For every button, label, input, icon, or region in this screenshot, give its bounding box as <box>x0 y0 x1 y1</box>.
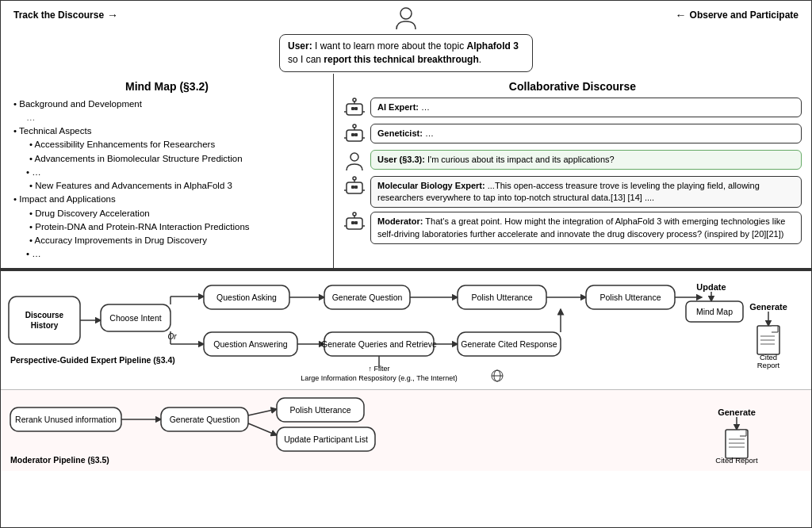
svg-text:Large Information Respository : Large Information Respository (e.g., The… <box>301 374 457 382</box>
track-label: Track the Discourse → <box>13 9 118 21</box>
chat-bubble-user: User (§3.3): I'm curious about its impac… <box>370 150 802 170</box>
svg-line-86 <box>248 409 277 415</box>
svg-text:Discourse: Discourse <box>25 311 64 319</box>
svg-text:Generate: Generate <box>749 302 787 312</box>
svg-rect-3 <box>354 107 358 110</box>
svg-rect-30 <box>9 297 80 344</box>
svg-text:Polish Utterance: Polish Utterance <box>289 405 350 415</box>
svg-rect-25 <box>354 221 358 224</box>
svg-rect-9 <box>351 133 354 136</box>
observe-label: ← Observe and Participate <box>676 9 799 21</box>
list-item: Drug Discovery Acceleration <box>29 207 324 220</box>
svg-text:Rerank Unused information: Rerank Unused information <box>15 415 117 424</box>
list-item: New Features and Advancements in AlphaFo… <box>29 179 324 193</box>
list-item: Advancements in Biomolecular Structure P… <box>29 152 324 166</box>
svg-point-27 <box>353 212 356 216</box>
svg-text:Polish Utterance: Polish Utterance <box>471 293 532 302</box>
top-section: Track the Discourse → User: I want to le… <box>1 1 811 270</box>
svg-point-5 <box>353 98 356 101</box>
chat-row: Molecular Biology Expert: ...This open-a… <box>343 176 802 209</box>
svg-text:Moderator Pipeline (§3.5): Moderator Pipeline (§3.5) <box>10 455 109 465</box>
svg-rect-10 <box>354 133 358 136</box>
svg-line-87 <box>248 423 277 435</box>
svg-point-0 <box>400 8 412 19</box>
list-item: Accuracy Improvements in Drug Discovery <box>29 234 324 247</box>
user-icon <box>343 150 366 172</box>
moderator-pipeline: Rerank Unused information Generate Quest… <box>1 389 811 471</box>
svg-rect-17 <box>351 186 354 189</box>
list-item: Protein-DNA and Protein-RNA Interaction … <box>29 220 324 234</box>
svg-rect-18 <box>354 186 358 189</box>
chat-bubble-ai-expert: AI Expert: … <box>370 98 802 117</box>
svg-point-20 <box>353 177 356 180</box>
svg-point-12 <box>353 124 356 128</box>
svg-text:Generate Question: Generate Question <box>170 415 240 424</box>
svg-text:Update Participant List: Update Participant List <box>284 434 368 444</box>
svg-rect-24 <box>351 221 354 224</box>
svg-text:Generate Cited Response: Generate Cited Response <box>461 339 557 349</box>
chat-bubble-moderator: Moderator: That's a great point. How mig… <box>370 212 802 244</box>
list-item: Accessibility Enhancements for Researche… <box>29 138 324 151</box>
robot-icon <box>343 98 366 120</box>
collab-section: Collaborative Discourse <box>334 74 811 268</box>
svg-text:Question Asking: Question Asking <box>216 293 277 302</box>
svg-point-15 <box>350 153 358 161</box>
content-row: Mind Map (§3.2) Background and Developme… <box>1 74 811 268</box>
mind-map-section: Mind Map (§3.2) Background and Developme… <box>1 74 334 268</box>
svg-text:History: History <box>31 321 59 330</box>
svg-text:Generate Question: Generate Question <box>332 293 403 302</box>
expert-pipeline-svg: Discourse History Choose Intent Or Quest… <box>7 274 806 384</box>
chat-bubble-mol-bio: Molecular Biology Expert: ...This open-a… <box>370 176 802 209</box>
robot-icon <box>343 212 366 234</box>
svg-text:Generate Queries and Retrieve: Generate Queries and Retrieve <box>321 339 437 349</box>
list-item: Technical Aspects Accessibility Enhancem… <box>13 124 324 193</box>
robot-icon <box>343 124 366 146</box>
svg-text:Or: Or <box>167 332 177 341</box>
svg-text:Polish Utterance: Polish Utterance <box>599 293 661 302</box>
collab-title: Collaborative Discourse <box>343 80 802 93</box>
list-item: … <box>26 247 324 261</box>
user-avatar-icon <box>393 6 419 31</box>
list-item: Impact and Applications Drug Discovery A… <box>13 193 324 261</box>
list-item: Background and Development … <box>13 98 324 125</box>
expert-pipeline: Discourse History Choose Intent Or Quest… <box>1 271 811 389</box>
mind-map-list: Background and Development … Technical A… <box>10 98 324 262</box>
svg-text:Choose Intent: Choose Intent <box>109 313 161 323</box>
svg-text:Mind Map: Mind Map <box>696 307 733 316</box>
svg-text:Report: Report <box>757 361 780 369</box>
user-bubble: User: I want to learn more about the top… <box>279 34 533 72</box>
bottom-section: Discourse History Choose Intent Or Quest… <box>1 270 811 471</box>
chat-row: User (§3.3): I'm curious about its impac… <box>343 150 802 172</box>
chat-row: AI Expert: … <box>343 98 802 120</box>
chat-messages: AI Expert: … <box>343 98 802 245</box>
svg-text:Question Answering: Question Answering <box>213 339 288 349</box>
chat-row: Geneticist: … <box>343 124 802 146</box>
observe-arrow-icon: ← <box>676 9 687 21</box>
svg-text:Generate: Generate <box>718 407 756 417</box>
chat-row: Moderator: That's a great point. How mig… <box>343 212 802 244</box>
main-container: Track the Discourse → User: I want to le… <box>0 0 812 528</box>
moderator-pipeline-svg: Rerank Unused information Generate Quest… <box>7 392 806 467</box>
mind-map-title: Mind Map (§3.2) <box>10 80 324 93</box>
list-item: … <box>26 166 324 179</box>
svg-text:Perspective-Guided Expert Pipe: Perspective-Guided Expert Pipeline (§3.4… <box>10 355 175 365</box>
chat-bubble-geneticist: Geneticist: … <box>370 124 802 143</box>
svg-rect-2 <box>351 107 354 110</box>
svg-text:Cited Report: Cited Report <box>715 456 758 465</box>
track-arrow-icon: → <box>107 9 118 21</box>
robot-icon <box>343 176 366 198</box>
svg-text:Update: Update <box>696 282 726 292</box>
